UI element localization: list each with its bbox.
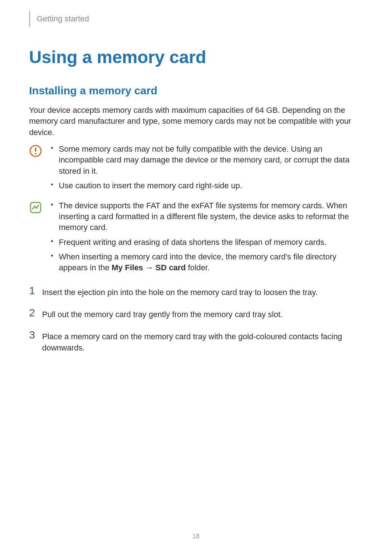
note-body: The device supports the FAT and the exFA…: [50, 200, 363, 277]
step-number: 3: [29, 329, 42, 353]
steps-list: 1 Insert the ejection pin into the hole …: [29, 285, 363, 353]
step-number: 1: [29, 285, 42, 298]
step-text: Place a memory card on the memory card t…: [42, 329, 363, 353]
step-number: 2: [29, 307, 42, 320]
note-rich-bold-1: My Files: [112, 263, 143, 272]
note-rich-arrow: →: [143, 263, 155, 272]
page: Getting started Using a memory card Inst…: [0, 0, 392, 554]
note-item: Frequent writing and erasing of data sho…: [50, 237, 363, 248]
caution-body: Some memory cards may not be fully compa…: [50, 144, 363, 195]
page-header: Getting started: [29, 11, 363, 27]
caution-icon: [29, 144, 42, 195]
note-rich-bold-2: SD card: [156, 263, 186, 272]
note-icon: [29, 200, 42, 277]
step-text: Insert the ejection pin into the hole on…: [42, 285, 363, 298]
svg-rect-1: [35, 148, 36, 152]
note-callout: The device supports the FAT and the exFA…: [29, 200, 363, 277]
step: 2 Pull out the memory card tray gently f…: [29, 307, 363, 320]
step: 3 Place a memory card on the memory card…: [29, 329, 363, 353]
page-title: Using a memory card: [29, 47, 363, 67]
header-rule: [29, 11, 30, 27]
caution-item: Some memory cards may not be fully compa…: [50, 144, 363, 177]
note-rich-after: folder.: [186, 263, 210, 272]
caution-item: Use caution to insert the memory card ri…: [50, 180, 363, 191]
note-item: The device supports the FAT and the exFA…: [50, 200, 363, 233]
breadcrumb: Getting started: [37, 14, 89, 24]
note-item-rich: When inserting a memory card into the de…: [50, 251, 363, 274]
step: 1 Insert the ejection pin into the hole …: [29, 285, 363, 298]
svg-point-2: [35, 153, 37, 155]
caution-callout: Some memory cards may not be fully compa…: [29, 144, 363, 195]
step-text: Pull out the memory card tray gently fro…: [42, 307, 363, 320]
intro-paragraph: Your device accepts memory cards with ma…: [29, 105, 363, 138]
page-number: 18: [0, 533, 392, 540]
section-title: Installing a memory card: [29, 85, 363, 97]
